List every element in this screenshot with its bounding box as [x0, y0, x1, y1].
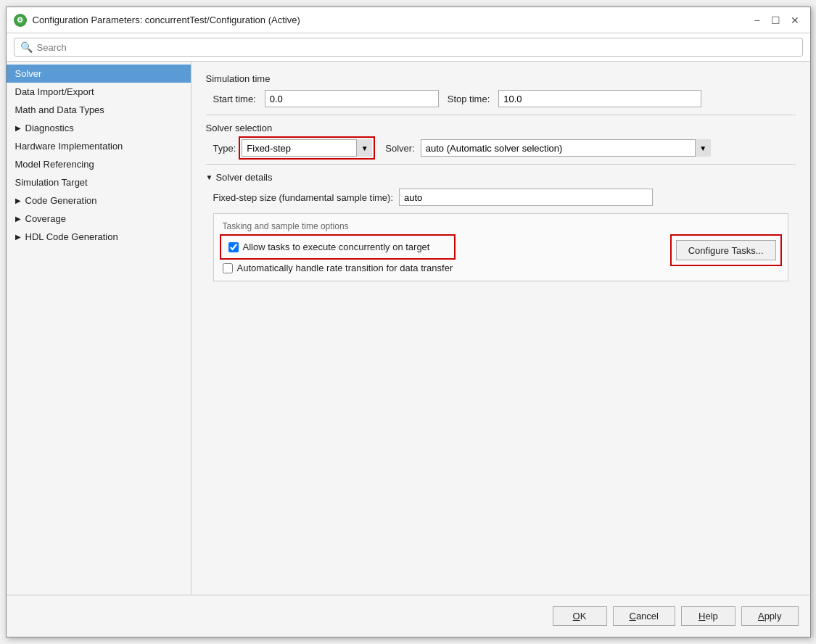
ok-underline: O [573, 611, 580, 622]
start-time-label: Start time: [213, 94, 256, 104]
sidebar-item-data-import-export[interactable]: Data Import/Export [7, 83, 191, 101]
fixed-step-row: Fixed-step size (fundamental sample time… [206, 189, 796, 206]
solver-selection-title: Solver selection [206, 123, 796, 133]
type-select[interactable]: Fixed-step Variable-step [242, 139, 372, 157]
title-bar: ⚙ Configuration Parameters: concurrentTe… [7, 7, 810, 33]
type-select-wrap: Fixed-step Variable-step ▼ [242, 139, 372, 157]
simulation-time-section: Simulation time Start time: Stop time: [206, 73, 796, 107]
code-gen-arrow: ▶ [15, 197, 21, 205]
sidebar-label-hardware: Hardware Implementation [15, 141, 123, 152]
start-time-input[interactable] [265, 90, 439, 107]
stop-time-label: Stop time: [448, 94, 490, 104]
divider-1 [206, 115, 796, 115]
title-bar-left: ⚙ Configuration Parameters: concurrentTe… [14, 14, 300, 27]
sidebar-label-hdl: HDL Code Generation [25, 231, 118, 242]
solver-details-arrow: ▼ [206, 173, 213, 181]
sidebar-item-hdl-code-gen[interactable]: ▶ HDL Code Generation [7, 228, 191, 246]
help-rest: elp [705, 611, 717, 622]
close-button[interactable]: ✕ [787, 12, 803, 28]
sidebar-item-hardware-impl[interactable]: Hardware Implementation [7, 137, 191, 155]
cancel-underline: C [630, 611, 636, 622]
maximize-button[interactable]: ☐ [768, 12, 784, 28]
auto-rate-row: Automatically handle rate transition for… [223, 263, 453, 273]
fixed-step-label: Fixed-step size (fundamental sample time… [213, 192, 394, 203]
main-content: Solver Data Import/Export Math and Data … [7, 62, 810, 595]
cancel-button[interactable]: Cancel [613, 606, 675, 626]
search-icon: 🔍 [20, 41, 33, 53]
solver-details-title: Solver details [215, 172, 272, 183]
type-label: Type: [213, 143, 236, 154]
solver-details-header[interactable]: ▼ Solver details [206, 172, 796, 183]
diagnostics-arrow: ▶ [15, 124, 21, 132]
sidebar-item-solver[interactable]: Solver [7, 65, 191, 83]
ok-button[interactable]: OK [553, 606, 607, 626]
search-wrap: 🔍 [14, 38, 803, 57]
tasking-box: Tasking and sample time options Allow ta… [213, 213, 788, 281]
auto-rate-checkbox[interactable] [223, 263, 233, 273]
solver-details-section: ▼ Solver details Fixed-step size (fundam… [206, 172, 796, 281]
search-input[interactable] [37, 42, 796, 53]
solver-selection-section: Solver selection Type: Fixed-step Variab… [206, 123, 796, 157]
stop-time-input[interactable] [498, 90, 701, 107]
help-button[interactable]: Help [681, 606, 735, 626]
solver-select-wrap: auto (Automatic solver selection) ode3 (… [421, 139, 711, 157]
apply-button[interactable]: Apply [741, 606, 799, 626]
simulation-time-title: Simulation time [206, 73, 796, 84]
bottom-bar: OK Cancel Help Apply [7, 595, 810, 637]
sidebar-label-model-ref: Model Referencing [15, 159, 94, 170]
sidebar-label-code-gen: Code Generation [25, 195, 97, 206]
tasking-title: Tasking and sample time options [223, 221, 779, 231]
ok-rest: K [580, 611, 587, 622]
content-area: Simulation time Start time: Stop time: S… [191, 62, 810, 595]
sidebar-label-diagnostics: Diagnostics [25, 123, 74, 133]
fixed-step-input[interactable] [399, 189, 653, 206]
sidebar-item-code-generation[interactable]: ▶ Code Generation [7, 191, 191, 210]
sidebar-label-data-import: Data Import/Export [15, 86, 94, 97]
tasking-row: Allow tasks to execute concurrently on t… [223, 237, 779, 273]
hdl-arrow: ▶ [15, 233, 21, 241]
apply-underline: A [758, 611, 765, 622]
main-window: ⚙ Configuration Parameters: concurrentTe… [6, 7, 811, 637]
window-title: Configuration Parameters: concurrentTest… [33, 15, 300, 25]
cancel-rest: ancel [636, 611, 659, 622]
allow-concurrent-checkbox[interactable] [228, 242, 239, 252]
coverage-arrow: ▶ [15, 215, 21, 223]
apply-rest: pply [765, 611, 782, 622]
solver-select[interactable]: auto (Automatic solver selection) ode3 (… [421, 139, 711, 157]
sidebar-label-solver: Solver [15, 68, 42, 79]
sidebar-item-model-referencing[interactable]: Model Referencing [7, 155, 191, 173]
sidebar-label-math: Math and Data Types [15, 104, 104, 115]
minimize-button[interactable]: − [749, 12, 765, 28]
search-bar: 🔍 [7, 33, 810, 62]
auto-rate-label: Automatically handle rate transition for… [237, 263, 453, 273]
sidebar-label-sim-target: Simulation Target [15, 177, 88, 188]
app-icon: ⚙ [14, 14, 27, 27]
allow-concurrent-label: Allow tasks to execute concurrently on t… [243, 242, 430, 252]
divider-2 [206, 164, 796, 165]
configure-tasks-button[interactable]: Configure Tasks... [676, 240, 776, 260]
tasking-left: Allow tasks to execute concurrently on t… [223, 237, 453, 273]
configure-tasks-wrap: Configure Tasks... [673, 237, 779, 263]
sidebar-label-coverage: Coverage [25, 213, 66, 224]
sidebar-item-simulation-target[interactable]: Simulation Target [7, 173, 191, 191]
solver-label: Solver: [385, 143, 414, 154]
sidebar: Solver Data Import/Export Math and Data … [7, 62, 191, 595]
sidebar-item-diagnostics[interactable]: ▶ Diagnostics [7, 119, 191, 137]
title-controls: − ☐ ✕ [749, 12, 803, 28]
sidebar-item-coverage[interactable]: ▶ Coverage [7, 210, 191, 228]
allow-concurrent-row: Allow tasks to execute concurrently on t… [223, 237, 453, 257]
sidebar-item-math-data-types[interactable]: Math and Data Types [7, 101, 191, 119]
